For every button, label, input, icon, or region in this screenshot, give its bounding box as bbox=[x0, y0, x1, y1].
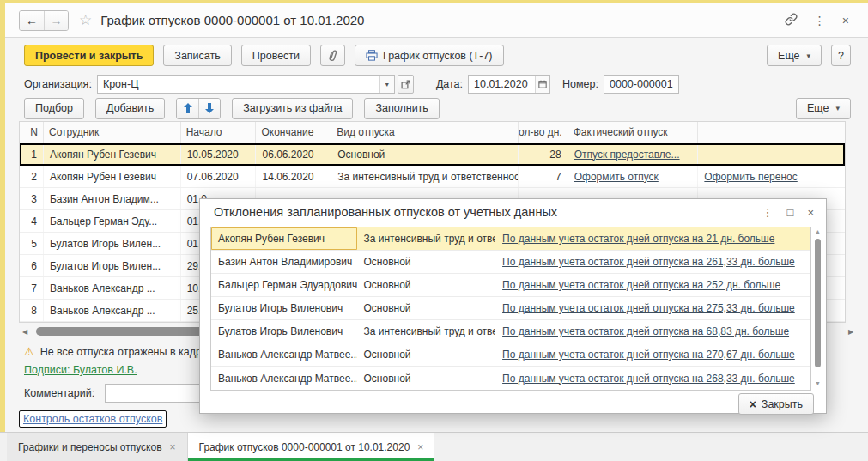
scroll-up-icon[interactable]: ▲ bbox=[815, 227, 821, 237]
write-button[interactable]: Записать bbox=[163, 45, 231, 66]
header-type[interactable]: Вид отпуска bbox=[331, 122, 519, 143]
tab-vacation-schedules-list[interactable]: Графики и переносы отпусков × bbox=[7, 433, 188, 461]
fact-link[interactable]: Оформить отпуск bbox=[568, 166, 699, 187]
help-button[interactable]: ? bbox=[831, 45, 851, 66]
tab-close-icon[interactable]: × bbox=[417, 441, 423, 453]
fill-button[interactable]: Заполнить bbox=[364, 98, 439, 119]
cell-vacation-type[interactable]: Основной bbox=[357, 343, 496, 366]
dialog-vertical-scrollbar[interactable]: ▲ ▼ bbox=[813, 227, 822, 389]
deviation-message-link[interactable]: По данным учета остаток дней отпуска на … bbox=[495, 320, 810, 343]
get-link-icon[interactable] bbox=[785, 13, 798, 27]
deviation-row[interactable]: Базин Антон ВладимировичОсновнойПо данны… bbox=[211, 251, 810, 274]
dialog-close-icon[interactable]: × bbox=[807, 207, 814, 218]
cell-n[interactable]: 1 bbox=[20, 143, 44, 165]
back-button[interactable]: ← bbox=[20, 11, 44, 30]
cell-vacation-type[interactable]: За интенсивный труд и отве... bbox=[357, 227, 496, 250]
tab-close-icon[interactable]: × bbox=[170, 441, 176, 453]
cell-vacation-type[interactable]: Основной bbox=[357, 274, 496, 296]
date-field[interactable]: 10.01.2020 bbox=[468, 75, 550, 94]
cell-transfer[interactable] bbox=[698, 143, 845, 165]
deviation-message-link[interactable]: По данным учета остаток дней отпуска на … bbox=[495, 297, 810, 319]
vacation-balance-control-link[interactable]: Контроль остатков отпусков bbox=[19, 410, 167, 428]
cell-n[interactable]: 2 bbox=[20, 166, 44, 187]
cell-days[interactable]: 28 bbox=[519, 143, 568, 165]
cell-type[interactable]: За интенсивный труд и ответственность bbox=[331, 166, 519, 187]
cell-n[interactable]: 4 bbox=[20, 210, 44, 232]
cell-type[interactable]: Основной bbox=[331, 143, 519, 165]
pick-button[interactable]: Подбор bbox=[24, 98, 84, 119]
cell-vacation-type[interactable]: За интенсивный труд и отве... bbox=[357, 320, 496, 343]
cell-n[interactable]: 6 bbox=[20, 255, 44, 276]
deviation-row[interactable]: Акопян Рубен ГезевичЗа интенсивный труд … bbox=[211, 227, 810, 251]
cell-employee[interactable]: Базин Антон Владимирович bbox=[211, 251, 357, 273]
cell-employee[interactable]: Акопян Рубен Гезевич bbox=[44, 143, 181, 165]
signatures-link[interactable]: Подписи: Булатов И.В. bbox=[24, 364, 137, 376]
cell-employee[interactable]: Акопян Рубен Гезевич bbox=[44, 166, 181, 187]
cell-vacation-type[interactable]: Основной bbox=[357, 251, 496, 273]
table-more-button[interactable]: Еще ▾ bbox=[796, 98, 851, 119]
tab-vacation-schedule-document[interactable]: График отпусков 0000-000001 от 10.01.202… bbox=[188, 433, 435, 461]
transfer-link[interactable]: Оформить перенос bbox=[698, 166, 845, 187]
date-calendar-button[interactable] bbox=[535, 76, 549, 93]
deviation-message-link[interactable]: По данным учета остаток дней отпуска на … bbox=[495, 274, 810, 296]
more-menu-icon[interactable]: ⋮ bbox=[814, 15, 826, 27]
dialog-menu-icon[interactable]: ⋮ bbox=[762, 207, 774, 218]
move-down-button[interactable] bbox=[198, 99, 220, 118]
cell-employee[interactable]: Булатов Игорь Виленович bbox=[211, 320, 357, 343]
number-field[interactable]: 0000-000001 bbox=[604, 75, 679, 94]
table-row[interactable]: 2Акопян Рубен Гезевич07.06.202014.06.202… bbox=[20, 166, 845, 188]
organization-open-button[interactable] bbox=[398, 75, 414, 94]
attachments-button[interactable] bbox=[320, 45, 345, 66]
cell-n[interactable]: 3 bbox=[20, 188, 44, 209]
more-actions-button[interactable]: Еще ▾ bbox=[767, 45, 822, 66]
cell-employee[interactable]: Ваньков Александр Матвее... bbox=[211, 367, 357, 390]
deviation-message-link[interactable]: По данным учета остаток дней отпуска на … bbox=[495, 227, 810, 250]
table-row[interactable]: 1Акопян Рубен Гезевич10.05.202006.06.202… bbox=[20, 143, 845, 166]
dialog-scroll-track[interactable] bbox=[814, 237, 822, 379]
cell-n[interactable]: 8 bbox=[20, 300, 44, 321]
deviation-row[interactable]: Булатов Игорь ВиленовичЗа интенсивный тр… bbox=[211, 320, 810, 343]
deviation-row[interactable]: Ваньков Александр Матвее...ОсновнойПо да… bbox=[211, 343, 810, 367]
cell-days[interactable]: 7 bbox=[519, 166, 568, 187]
cell-n[interactable]: 5 bbox=[20, 233, 44, 254]
header-end[interactable]: Окончание bbox=[256, 122, 331, 143]
organization-field[interactable]: Крон-Ц ▾ bbox=[97, 75, 395, 94]
cell-employee[interactable]: Бальцер Герман Эдуардович bbox=[211, 274, 357, 296]
dialog-scroll-thumb[interactable] bbox=[815, 239, 821, 367]
scroll-left-icon[interactable]: ◀ bbox=[19, 328, 31, 336]
cell-end[interactable]: 06.06.2020 bbox=[256, 143, 331, 165]
cell-employee[interactable]: Ваньков Александр ... bbox=[44, 277, 181, 299]
favorite-star-icon[interactable]: ☆ bbox=[79, 11, 92, 29]
header-fact[interactable]: Фактический отпуск bbox=[568, 122, 699, 143]
organization-dropdown-button[interactable]: ▾ bbox=[379, 76, 394, 93]
deviation-message-link[interactable]: По данным учета остаток дней отпуска на … bbox=[495, 251, 810, 273]
load-from-file-button[interactable]: Загрузить из файла bbox=[232, 98, 353, 119]
header-days[interactable]: Кол-во дн. bbox=[519, 122, 568, 143]
add-button[interactable]: Добавить bbox=[95, 98, 165, 119]
deviation-row[interactable]: Булатов Игорь ВиленовичОсновнойПо данным… bbox=[211, 297, 810, 320]
cell-start[interactable]: 10.05.2020 bbox=[181, 143, 257, 165]
dialog-close-button[interactable]: × Закрыть bbox=[738, 393, 814, 415]
cell-employee[interactable]: Булатов Игорь Вилен... bbox=[44, 233, 181, 254]
deviation-row[interactable]: Ваньков Александр Матвее...ОсновнойПо да… bbox=[211, 367, 810, 390]
fact-link[interactable]: Отпуск предоставле... bbox=[568, 143, 699, 165]
header-employee[interactable]: Сотрудник bbox=[44, 122, 181, 143]
deviation-message-link[interactable]: По данным учета остаток дней отпуска на … bbox=[495, 367, 810, 390]
deviation-message-link[interactable]: По данным учета остаток дней отпуска на … bbox=[495, 343, 810, 366]
cell-employee[interactable]: Ваньков Александр ... bbox=[44, 300, 181, 321]
header-start[interactable]: Начало bbox=[181, 122, 257, 143]
cell-vacation-type[interactable]: Основной bbox=[357, 367, 496, 390]
cell-employee[interactable]: Ваньков Александр Матвее... bbox=[211, 343, 357, 366]
window-close-icon[interactable]: × bbox=[842, 15, 849, 27]
deviation-row[interactable]: Бальцер Герман ЭдуардовичОсновнойПо данн… bbox=[211, 274, 810, 297]
post-and-close-button[interactable]: Провести и закрыть bbox=[24, 45, 154, 66]
cell-n[interactable]: 7 bbox=[20, 277, 44, 299]
cell-employee[interactable]: Акопян Рубен Гезевич bbox=[211, 227, 357, 250]
scroll-down-icon[interactable]: ▼ bbox=[815, 379, 821, 389]
cell-vacation-type[interactable]: Основной bbox=[357, 297, 496, 319]
move-up-button[interactable] bbox=[177, 99, 198, 118]
header-transfer[interactable] bbox=[698, 122, 845, 143]
cell-end[interactable]: 14.06.2020 bbox=[256, 166, 331, 187]
cell-employee[interactable]: Булатов Игорь Вилен... bbox=[44, 255, 181, 276]
cell-start[interactable]: 07.06.2020 bbox=[181, 166, 257, 187]
